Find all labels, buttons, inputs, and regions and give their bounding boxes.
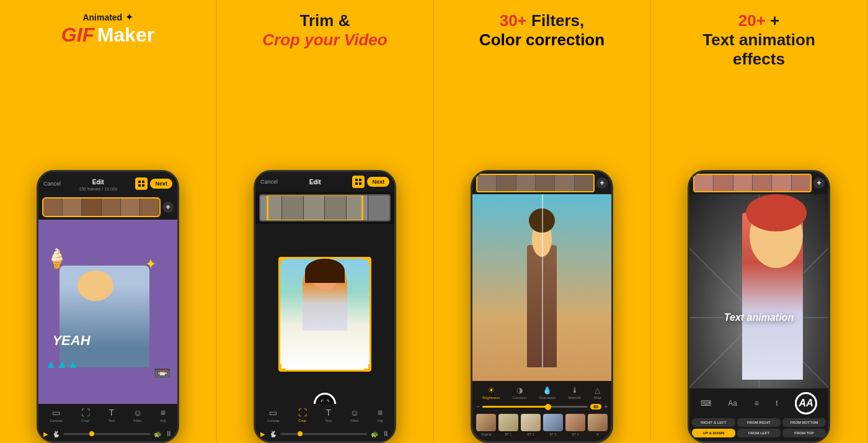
adj2-icon: ≡ [378, 408, 383, 418]
filter2-icon: ☺ [350, 408, 359, 418]
crop-icon: ⛶ [81, 408, 90, 418]
phone1-next-btn[interactable]: Next [150, 179, 172, 189]
thumb-img-b [588, 414, 608, 431]
playback-slider[interactable] [63, 433, 150, 435]
scene-yeah-text: YEAH [52, 333, 90, 349]
filter-thumb-original[interactable]: Original [476, 414, 496, 436]
play-forward-icon[interactable]: ▶ [43, 431, 48, 437]
panel4-num: 20+ [738, 11, 766, 30]
phone1-subtitle: 150 frames / 15.00s [79, 187, 117, 191]
anim-from-bottom[interactable]: FROM BOTTOM [782, 418, 826, 427]
filter-saturation[interactable]: 💧 Saturation [539, 386, 556, 400]
thumb-img-bt4 [565, 414, 585, 431]
tool2-crop[interactable]: ⛶ Crop [298, 408, 307, 423]
phone3-strip[interactable] [476, 174, 595, 192]
panel-gif-maker: Animated ✦ GIF Maker Cancel Edit 150 fra… [0, 0, 217, 443]
rabbit-icon[interactable]: 🐇 [52, 431, 60, 437]
keyboard-icon[interactable]: ⌨ [701, 399, 711, 408]
brightness-slider[interactable] [482, 406, 588, 408]
tool2-text[interactable]: T Text [325, 408, 332, 423]
tool2-adj[interactable]: ≡ Adj [378, 408, 383, 423]
play2-icon[interactable]: ▶ [260, 431, 265, 437]
align-icon[interactable]: ≡ [755, 399, 759, 408]
panel-filters: 30+ Filters, Color correction + [434, 0, 651, 443]
phone3-add-btn[interactable]: + [596, 177, 608, 189]
color-t-icon[interactable]: t [776, 399, 777, 408]
anim-from-top[interactable]: FROM TOP [782, 429, 826, 437]
crop-corner-tl[interactable] [280, 258, 286, 264]
anim-circle-btn[interactable]: AA [795, 392, 817, 414]
tool-canvas[interactable]: ▭ Canvas [50, 408, 63, 423]
phone4-strip[interactable] [693, 174, 812, 192]
anim-circle-label: AA [799, 398, 813, 409]
crop-corner-br[interactable] [364, 364, 370, 370]
phone2-canvas: ⛶ [255, 224, 394, 404]
filter-thumb-bt4[interactable]: BT 4 [565, 414, 585, 436]
font-icon[interactable]: Aa [728, 399, 737, 408]
sharp-icon: △ [595, 386, 600, 395]
text-anim-display: Text animation [724, 312, 794, 323]
crop-corner-bl[interactable] [280, 364, 286, 370]
panel2-heading: Trim & Crop your Video [224, 11, 425, 50]
filter-thumb-bt3[interactable]: BT 3 [543, 414, 563, 436]
panel1-animated-label: Animated [82, 12, 122, 22]
tool-crop[interactable]: ⛶ Crop [81, 408, 90, 423]
pause2-icon[interactable]: ⏸ [382, 429, 389, 438]
anim-toolbar-row: ⌨ Aa ≡ t AA [692, 392, 826, 414]
filter-thumb-b[interactable]: B [588, 414, 608, 436]
phone1-toolbar: ▭ Canvas ⛶ Crop T Text ☺ Filter ≡ Adj [38, 404, 177, 426]
panel3-heading: 30+ Filters, Color correction [441, 11, 642, 50]
anim-from-right[interactable]: FROM RIGHT [737, 418, 781, 427]
panel4-effects: effects [658, 50, 859, 69]
turtle2-icon[interactable]: 🐢 [371, 431, 378, 437]
anim-up-down[interactable]: UP & DOWN [692, 429, 735, 437]
phone1-strip[interactable] [42, 197, 161, 217]
filter-sharp[interactable]: △ Shar [593, 386, 601, 400]
crop-corner-tr[interactable] [364, 258, 370, 264]
phone2-grid-btn[interactable] [352, 176, 365, 188]
filter-split-line [542, 194, 543, 367]
phone2-playback: ▶ 🐇 🐢 ⏸ [255, 426, 394, 441]
phone2-topbar: Cancel Edit Next [255, 172, 394, 192]
phone4-add-btn[interactable]: + [813, 177, 825, 189]
tool2-filter[interactable]: ☺ Filter [350, 408, 359, 423]
canvas-icon: ▭ [52, 408, 60, 418]
filter-brightness[interactable]: ☀ Brightness [482, 386, 500, 400]
canvas2-icon: ▭ [269, 408, 277, 418]
tool2-canvas[interactable]: ▭ Canvas [267, 408, 280, 423]
filter-contrast[interactable]: ◑ Contrast [512, 386, 526, 400]
slider-minus[interactable]: − [476, 403, 480, 410]
filter-icon-row: ☀ Brightness ◑ Contrast 💧 Saturation 🌡 W… [476, 386, 608, 400]
rabbit2-icon[interactable]: 🐇 [269, 431, 277, 437]
phone2-cancel[interactable]: Cancel [260, 179, 278, 185]
phone2-toolbar: ▭ Canvas ⛶ Crop T Text ☺ Filter ≡ Adj [255, 404, 394, 426]
phone1-cancel[interactable]: Cancel [43, 181, 61, 187]
sticker-cassette: 📼 [154, 365, 170, 382]
panel2-line1: Trim & [224, 11, 425, 30]
phone1-scene: 🍦 ✦ ✦ YEAH ▲▲▲ 📼 [38, 220, 177, 404]
tool-adj[interactable]: ≡ Adj [161, 408, 166, 423]
filter-controls: ☀ Brightness ◑ Contrast 💧 Saturation 🌡 W… [472, 381, 611, 441]
filter-warmth[interactable]: 🌡 Warmth [568, 386, 581, 400]
svg-rect-4 [355, 179, 358, 181]
playback2-slider[interactable] [280, 433, 367, 435]
anim-from-left[interactable]: FROM LEFT [737, 429, 781, 437]
tool-filter[interactable]: ☺ Filter [133, 408, 142, 423]
phone1-add-btn[interactable]: + [162, 202, 174, 213]
phone3-timeline: + [472, 172, 611, 194]
phone2-strip[interactable] [259, 194, 391, 222]
person-figure [60, 266, 150, 367]
svg-rect-0 [138, 181, 141, 183]
phone2-next-btn[interactable]: Next [367, 177, 389, 187]
anim-right-left[interactable]: RIGHT & LEFT [692, 418, 735, 427]
crop-photo[interactable] [278, 257, 371, 372]
svg-rect-3 [142, 184, 144, 187]
pause-icon[interactable]: ⏸ [165, 429, 172, 438]
phone1-grid-btn[interactable] [135, 177, 148, 190]
tool-text[interactable]: T Text [108, 408, 115, 423]
turtle-icon[interactable]: 🐢 [154, 431, 161, 437]
filter-thumb-bt1[interactable]: BT 1 [498, 414, 518, 436]
filter-thumb-bt2[interactable]: BT 2 [521, 414, 541, 436]
panel3-rest1: Filters, [531, 11, 584, 30]
slider-plus[interactable]: + [604, 403, 608, 410]
